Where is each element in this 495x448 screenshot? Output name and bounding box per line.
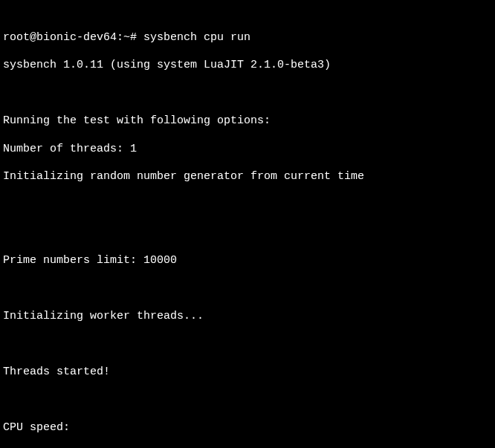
blank-line bbox=[3, 393, 492, 407]
blank-line bbox=[3, 337, 492, 351]
init-workers-line: Initializing worker threads... bbox=[3, 310, 492, 324]
threads-line: Number of threads: 1 bbox=[3, 143, 492, 157]
options-header: Running the test with following options: bbox=[3, 114, 492, 129]
prompt-symbol: # bbox=[130, 31, 137, 44]
prompt-line: root@bionic-dev64:~# sysbench cpu run bbox=[3, 31, 492, 45]
blank-line bbox=[3, 87, 492, 101]
prime-limit-line: Prime numbers limit: 10000 bbox=[3, 254, 492, 268]
threads-started-line: Threads started! bbox=[3, 366, 492, 380]
blank-line bbox=[3, 198, 492, 212]
blank-line bbox=[3, 282, 492, 296]
command-text: sysbench cpu run bbox=[143, 31, 250, 44]
prompt-colon: : bbox=[117, 31, 123, 44]
blank-line bbox=[3, 226, 492, 240]
init-rng-line: Initializing random number generator fro… bbox=[3, 170, 492, 184]
prompt-path: ~ bbox=[123, 31, 130, 44]
prompt-user-host: root@bionic-dev64 bbox=[3, 31, 117, 44]
version-line: sysbench 1.0.11 (using system LuaJIT 2.1… bbox=[3, 59, 492, 73]
cpu-speed-header: CPU speed: bbox=[3, 421, 492, 435]
